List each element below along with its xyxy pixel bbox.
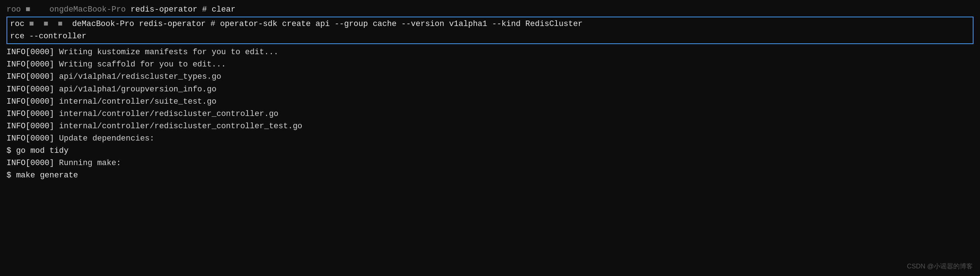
output-line-5: INFO[0000] internal/controller/suite_tes… — [6, 96, 974, 108]
running-make-line: INFO[0000] Running make: — [6, 157, 974, 170]
output-line-4: INFO[0000] api/v1alpha1/groupversion_inf… — [6, 84, 974, 96]
make-generate-line: $ make generate — [6, 170, 974, 182]
cmd-text-cont: r — [578, 19, 582, 29]
output-line-2: INFO[0000] Writing scaffold for you to e… — [6, 59, 974, 71]
prev-user: roo — [6, 5, 21, 14]
prev-host: ongdeMacBook-Pro — [49, 5, 126, 14]
command-line-1: roc ■ ■ ■ deMacBook-Pro redis-operator #… — [10, 18, 970, 43]
prev-command-line: roo ■ ongdeMacBook-Pro redis-operator # … — [6, 4, 974, 16]
output-line-1: INFO[0000] Writing kustomize manifests f… — [6, 46, 974, 59]
prev-hash: # clear — [197, 5, 235, 14]
cmd-redacted: ■ ■ ■ — [25, 19, 72, 29]
output-line-3: INFO[0000] api/v1alpha1/rediscluster_typ… — [6, 71, 974, 83]
output-line-8: INFO[0000] Update dependencies: — [6, 133, 974, 145]
output-line-6: INFO[0000] internal/controller/redisclus… — [6, 108, 974, 120]
cmd-host: deMacBook-Pro — [72, 19, 134, 29]
terminal-window: roo ■ ongdeMacBook-Pro redis-operator # … — [0, 0, 980, 276]
cmd-dir: redis-operator — [134, 19, 205, 29]
command-line-2: rce --controller — [10, 32, 86, 41]
output-line-7: INFO[0000] internal/controller/redisclus… — [6, 120, 974, 133]
prev-redacted: ■ — [21, 5, 49, 14]
cmd-text: # operator-sdk create api --group cache … — [205, 19, 578, 29]
cmd-user: roc — [10, 19, 25, 29]
csdn-watermark: CSDN @小谣嚣的博客 — [907, 262, 973, 272]
highlighted-command-block: roc ■ ■ ■ deMacBook-Pro redis-operator #… — [6, 17, 974, 44]
go-mod-line: $ go mod tidy — [6, 145, 974, 157]
prev-dir: redis-operator — [126, 5, 197, 14]
